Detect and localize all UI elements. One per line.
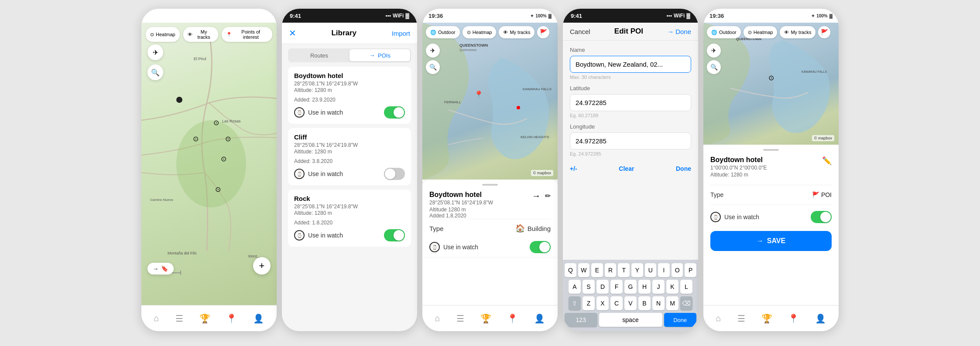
pois-tab[interactable]: → POIs [350, 49, 410, 61]
key-j[interactable]: J [652, 280, 665, 294]
nav-home-5[interactable]: ⌂ [710, 311, 726, 326]
nav-list[interactable]: ☰ [170, 311, 188, 326]
compass-button[interactable]: ✈ [147, 44, 163, 60]
key-s[interactable]: S [583, 280, 595, 294]
key-e[interactable]: E [591, 263, 603, 277]
clear-button[interactable]: Clear [619, 165, 634, 172]
key-d[interactable]: D [596, 280, 609, 294]
search-btn-5[interactable]: 🔍 [707, 60, 721, 74]
add-poi-button[interactable]: + [253, 257, 271, 275]
poi-marker-2[interactable]: ⊙ [193, 135, 199, 143]
key-p[interactable]: P [685, 263, 696, 277]
search-button[interactable]: 🔍 [147, 64, 163, 80]
edit-action-btn[interactable]: ✏ [545, 192, 551, 200]
heatmap-btn-5[interactable]: ⊙ Heatmap [744, 26, 778, 38]
key-w[interactable]: W [578, 263, 590, 277]
key-b[interactable]: B [638, 296, 651, 310]
cancel-button[interactable]: Cancel [570, 28, 590, 35]
key-shift[interactable]: ⇧ [569, 296, 581, 310]
nav-trophy-5[interactable]: 🏆 [756, 311, 778, 326]
keyboard-row-3: ⇧ Z X C V B N M ⌫ [565, 296, 696, 310]
nav-location-5[interactable]: 📍 [783, 311, 804, 326]
poi-marker-1[interactable]: ⊙ [213, 119, 219, 127]
navigate-button[interactable]: → 🔖 [147, 263, 174, 275]
key-o[interactable]: O [672, 263, 683, 277]
routes-tab[interactable]: Routes [289, 49, 350, 61]
poi-button[interactable]: 📍 Points of interest [222, 27, 272, 42]
detail-map-poi-pin[interactable]: ⊙ [768, 74, 774, 82]
key-f[interactable]: F [610, 280, 623, 294]
detail-watch-toggle[interactable] [811, 211, 832, 223]
nav-list-5[interactable]: ☰ [732, 311, 750, 326]
key-v[interactable]: V [624, 296, 637, 310]
search-icon-btn[interactable]: 🔍 [426, 60, 440, 74]
watch-toggle-sheet[interactable] [530, 241, 551, 253]
key-c[interactable]: C [610, 296, 623, 310]
latitude-input[interactable] [570, 94, 691, 111]
key-m[interactable]: M [666, 296, 678, 310]
navigate-btn-5[interactable]: ✈ [707, 44, 721, 58]
nav-profile-5[interactable]: 👤 [810, 311, 831, 326]
key-backspace[interactable]: ⌫ [680, 296, 692, 310]
nav-home-3[interactable]: ⌂ [429, 311, 445, 326]
detail-watch-icon: ⌚ [710, 212, 721, 222]
nav-profile-3[interactable]: 👤 [529, 311, 550, 326]
navigate-icon-btn[interactable]: ✈ [426, 44, 440, 58]
my-tracks-btn-5[interactable]: 👁 My tracks [780, 26, 816, 38]
outdoor-btn-5[interactable]: 🌐 Outdoor [707, 26, 741, 38]
poi-marker-4[interactable]: ⊙ [221, 155, 226, 163]
nav-home[interactable]: ⌂ [148, 311, 164, 326]
poi-marker-5[interactable]: ⊙ [215, 185, 221, 193]
close-button[interactable]: ✕ [289, 28, 296, 38]
poi-icon-btn-3[interactable]: 🚩 [537, 26, 549, 38]
key-k[interactable]: K [666, 280, 678, 294]
key-g[interactable]: G [624, 280, 637, 294]
nav-trophy[interactable]: 🏆 [194, 311, 216, 326]
outdoor-btn[interactable]: 🌐 Outdoor [426, 26, 460, 38]
key-a[interactable]: A [569, 280, 581, 294]
key-h[interactable]: H [638, 280, 651, 294]
poi-map-pin[interactable]: 📍 [474, 90, 483, 100]
edit-pencil-button[interactable]: ✏️ [822, 156, 832, 166]
key-done[interactable]: Done [664, 313, 697, 327]
nav-location-3[interactable]: 📍 [502, 311, 523, 326]
watch-toggle-3[interactable] [384, 229, 405, 241]
watch-toggle-2[interactable] [384, 168, 405, 180]
status-icons-5: ✦ 100% ▓ [811, 14, 833, 18]
key-t[interactable]: T [618, 263, 630, 277]
nav-list-3[interactable]: ☰ [451, 311, 469, 326]
poi-marker-3[interactable]: ⊙ [225, 135, 231, 143]
done-action-button[interactable]: Done [676, 165, 691, 172]
watch-toggle-1[interactable] [384, 106, 405, 119]
key-q[interactable]: Q [565, 263, 576, 277]
key-l[interactable]: L [680, 280, 692, 294]
key-y[interactable]: Y [631, 263, 643, 277]
import-button[interactable]: Import [391, 30, 410, 37]
key-x[interactable]: X [596, 296, 609, 310]
key-space[interactable]: space [599, 313, 662, 327]
nav-trophy-3[interactable]: 🏆 [475, 311, 497, 326]
location-icon: 📍 [226, 313, 237, 324]
my-tracks-button[interactable]: 👁 My tracks [183, 27, 218, 42]
my-tracks-btn[interactable]: 👁 My tracks [499, 26, 535, 38]
nav-location[interactable]: 📍 [221, 311, 242, 326]
key-r[interactable]: R [605, 263, 617, 277]
location-icon-5: 📍 [788, 313, 799, 324]
poi-icon-btn-5[interactable]: 🚩 [818, 26, 830, 38]
map-toolbar: ⊙ Heatmap 👁 My tracks 📍 Points of intere… [146, 27, 272, 42]
longitude-input[interactable] [570, 132, 691, 149]
key-z[interactable]: Z [583, 296, 595, 310]
heatmap-button[interactable]: ⊙ Heatmap [146, 27, 180, 42]
heatmap-btn[interactable]: ⊙ Heatmap [463, 26, 497, 38]
key-i[interactable]: I [658, 263, 670, 277]
plus-minus-button[interactable]: +/- [570, 165, 577, 172]
name-input[interactable] [570, 56, 691, 73]
key-123[interactable]: 123 [565, 313, 597, 327]
svg-text:Las Rosas: Las Rosas [222, 119, 241, 123]
key-n[interactable]: N [652, 296, 665, 310]
nav-profile[interactable]: 👤 [248, 311, 269, 326]
done-button-header[interactable]: → Done [667, 28, 691, 35]
key-u[interactable]: U [645, 263, 657, 277]
navigate-action-btn[interactable]: → [532, 191, 541, 201]
save-button[interactable]: → SAVE [710, 231, 832, 251]
